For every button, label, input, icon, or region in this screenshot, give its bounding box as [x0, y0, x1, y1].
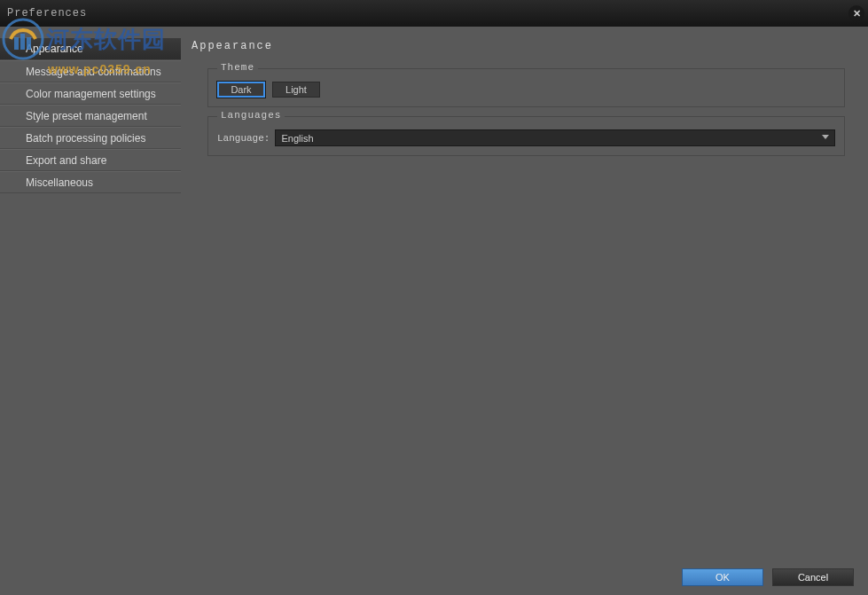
- sidebar-item-messages[interactable]: Messages and confirmations: [0, 60, 181, 82]
- languages-legend: Languages: [217, 110, 285, 121]
- sidebar-item-label: Messages and confirmations: [26, 66, 161, 78]
- ok-label: OK: [716, 572, 730, 583]
- sidebar-item-label: Batch processing policies: [26, 132, 145, 145]
- chevron-down-icon: [822, 135, 829, 139]
- language-selected-value: English: [281, 133, 313, 144]
- theme-dark-label: Dark: [231, 84, 251, 95]
- sidebar-item-batch-processing[interactable]: Batch processing policies: [0, 127, 181, 149]
- cancel-button[interactable]: Cancel: [772, 568, 854, 586]
- window-title: Preferences: [7, 7, 87, 20]
- content-area: Appearance Theme Dark Light Languages La…: [181, 27, 868, 560]
- titlebar: Preferences ✕: [0, 0, 868, 27]
- sidebar-item-label: Style preset management: [26, 110, 147, 122]
- theme-light-label: Light: [285, 84, 307, 95]
- languages-fieldset: Languages Language: English: [207, 116, 845, 156]
- sidebar-item-label: Export and share: [26, 154, 106, 167]
- sidebar-item-label: Color management settings: [26, 88, 156, 100]
- close-button[interactable]: ✕: [848, 5, 864, 21]
- theme-light-button[interactable]: Light: [272, 82, 320, 98]
- theme-fieldset: Theme Dark Light: [207, 68, 845, 107]
- sidebar-item-miscellaneous[interactable]: Miscellaneous: [0, 171, 181, 193]
- sidebar-item-export-share[interactable]: Export and share: [0, 149, 181, 171]
- theme-buttons: Dark Light: [217, 82, 835, 98]
- footer: OK Cancel: [0, 560, 868, 595]
- theme-dark-button[interactable]: Dark: [217, 82, 265, 98]
- language-select[interactable]: English: [275, 129, 835, 146]
- cancel-label: Cancel: [798, 572, 828, 583]
- language-row: Language: English: [217, 129, 835, 146]
- sidebar-item-color-management[interactable]: Color management settings: [0, 82, 181, 105]
- language-label: Language:: [217, 133, 270, 144]
- close-icon: ✕: [853, 8, 861, 20]
- content-title: Appearance: [192, 40, 845, 52]
- theme-legend: Theme: [217, 62, 258, 73]
- main-area: Appearance Messages and confirmations Co…: [0, 27, 868, 560]
- sidebar: Appearance Messages and confirmations Co…: [0, 27, 181, 560]
- sidebar-item-label: Miscellaneous: [26, 176, 93, 189]
- ok-button[interactable]: OK: [682, 568, 763, 586]
- sidebar-item-style-preset[interactable]: Style preset management: [0, 105, 181, 127]
- sidebar-item-label: Appearance: [26, 43, 83, 55]
- sidebar-item-appearance[interactable]: Appearance: [0, 38, 181, 60]
